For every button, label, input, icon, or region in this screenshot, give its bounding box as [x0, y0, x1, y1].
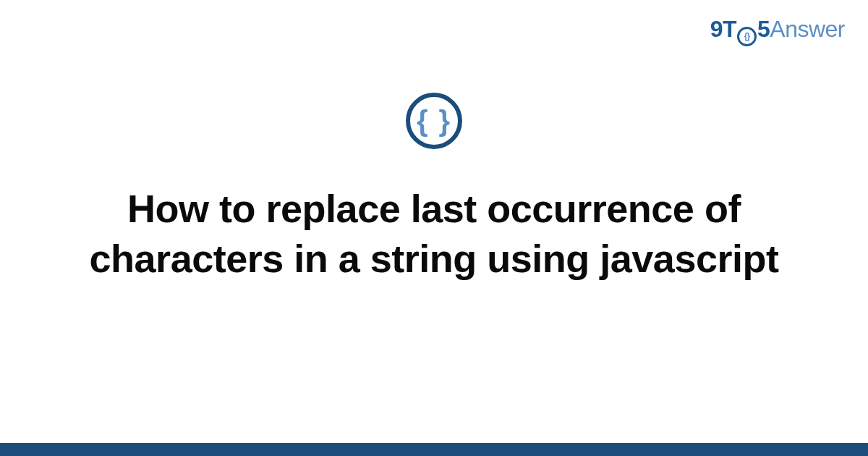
question-title: How to replace last occurrence of charac…	[51, 184, 817, 284]
site-logo: 9T {} 5 Answer	[710, 16, 845, 44]
footer-accent-bar	[0, 443, 868, 456]
logo-part-9t: 9T	[710, 16, 736, 43]
braces-glyph: { }	[417, 106, 451, 135]
code-braces-icon: { }	[406, 93, 462, 149]
logo-part-5: 5	[757, 16, 770, 43]
logo-circle-inner: {}	[744, 32, 749, 41]
content-center: { } How to replace last occurrence of ch…	[0, 93, 868, 284]
logo-circle-icon: {}	[737, 27, 757, 46]
logo-part-answer: Answer	[770, 16, 845, 43]
